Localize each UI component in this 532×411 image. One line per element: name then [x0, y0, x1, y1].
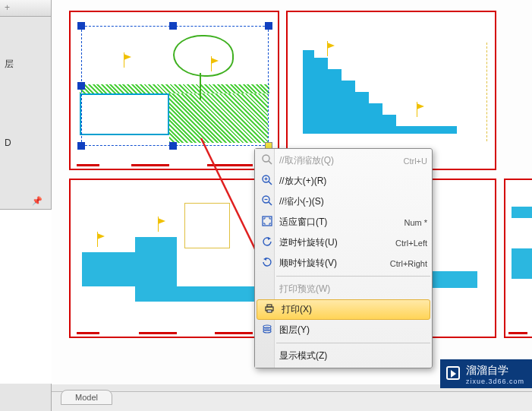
menu-rotate-cw[interactable]: 顺时针旋转(V) Ctrl+Right [255, 253, 432, 273]
context-menu: //取消缩放(Q) Ctrl+U //放大(+)(R) //缩小(-)(S) 适… [254, 148, 433, 368]
svg-marker-12 [268, 237, 271, 240]
svg-line-9 [269, 202, 272, 205]
menu-label: 打印(X) [279, 303, 425, 316]
panel-item-d[interactable]: D [0, 134, 51, 151]
menu-shortcut: Ctrl+Left [395, 239, 427, 248]
menu-label: 显示模式(Z) [276, 349, 427, 362]
pin-icon[interactable]: 📌 [32, 196, 42, 206]
menu-label: 逆时针旋转(U) [276, 236, 395, 249]
menu-separator [276, 276, 430, 277]
fit-window-icon [261, 215, 273, 229]
magnifier-cancel-icon [261, 153, 273, 168]
panel-header: + [0, 0, 51, 17]
plus-icon[interactable]: + [5, 2, 10, 13]
selection-handle[interactable] [169, 142, 177, 150]
menu-shortcut: Num * [404, 218, 427, 227]
selection-handle[interactable] [265, 22, 272, 30]
footer-bar [52, 391, 532, 411]
selection-handle[interactable] [169, 22, 177, 30]
menu-shortcut: Ctrl+U [404, 156, 427, 166]
zoom-out-icon [261, 194, 273, 209]
menu-separator [276, 343, 430, 343]
watermark-title: 溜溜自学 [466, 364, 508, 376]
menu-zoom-in[interactable]: //放大(+)(R) [255, 171, 432, 191]
watermark: 溜溜自学 zixue.3d66.com [440, 359, 532, 388]
menu-shortcut: Ctrl+Right [390, 259, 427, 268]
menu-label: //取消缩放(Q) [276, 154, 404, 167]
selection-handle[interactable] [77, 142, 85, 150]
menu-display-mode[interactable]: 显示模式(Z) [255, 346, 432, 366]
svg-marker-13 [263, 258, 266, 261]
selection-handle[interactable] [77, 82, 85, 90]
menu-cancel-zoom: //取消缩放(Q) Ctrl+U [255, 150, 432, 171]
svg-rect-15 [267, 305, 272, 307]
watermark-sub: zixue.3d66.com [466, 378, 524, 385]
menu-print[interactable]: 打印(X) [257, 299, 430, 320]
menu-label: //缩小(-)(S) [276, 195, 427, 208]
rotate-ccw-icon [261, 236, 273, 250]
menu-label: 图层(Y) [276, 324, 427, 337]
menu-label: //放大(+)(R) [276, 175, 427, 188]
rotate-cw-icon [261, 256, 273, 270]
menu-label: 适应窗口(T) [276, 216, 404, 229]
zoom-in-icon [261, 174, 273, 188]
menu-rotate-ccw[interactable]: 逆时针旋转(U) Ctrl+Left [255, 232, 432, 253]
svg-rect-16 [267, 310, 272, 312]
play-icon [446, 366, 460, 380]
tab-model[interactable]: Model [61, 390, 112, 405]
svg-line-3 [269, 161, 272, 164]
svg-rect-11 [263, 217, 272, 226]
left-panel: + 层 D 📌 [0, 0, 52, 411]
menu-label: 打印预览(W) [276, 283, 427, 296]
layers-icon [261, 323, 273, 337]
drawing-frame-2[interactable] [286, 11, 496, 170]
selection-box[interactable] [81, 26, 269, 146]
menu-label: 顺时针旋转(V) [276, 257, 390, 270]
svg-point-2 [263, 155, 269, 162]
panel-item-layer[interactable]: 层 [0, 55, 51, 74]
drawing-frame-3[interactable] [69, 179, 279, 338]
menu-zoom-out[interactable]: //缩小(-)(S) [255, 191, 432, 212]
printer-icon [263, 302, 275, 317]
svg-line-5 [269, 182, 272, 185]
selection-handle[interactable] [77, 22, 85, 30]
drawing-frame-5[interactable] [504, 179, 532, 338]
menu-layers[interactable]: 图层(Y) [255, 320, 432, 340]
menu-print-preview: 打印预览(W) [255, 279, 432, 299]
menu-fit-window[interactable]: 适应窗口(T) Num * [255, 212, 432, 232]
panel-lower-area [0, 209, 52, 384]
